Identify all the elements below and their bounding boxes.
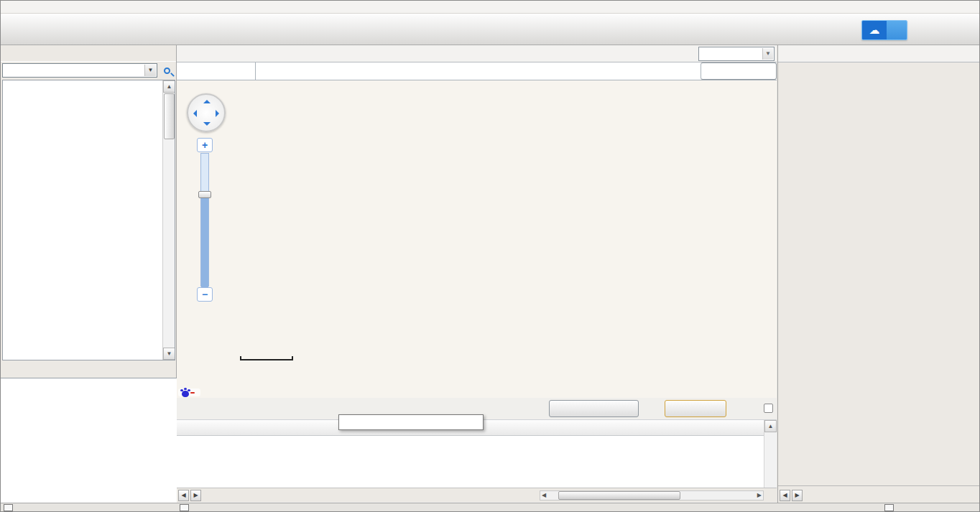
- address-search-row: [177, 62, 777, 80]
- scroll-up-icon[interactable]: ▲: [163, 80, 175, 93]
- scrollbar-thumb[interactable]: [164, 93, 175, 139]
- baidu-paw-icon: [182, 391, 189, 397]
- terminal-tree: ▲ ▼: [2, 80, 175, 360]
- location-tooltip: [338, 414, 484, 430]
- terminal-search-button[interactable]: [159, 63, 175, 78]
- address-input[interactable]: [256, 62, 701, 80]
- page-next-icon[interactable]: ▶: [792, 490, 803, 501]
- zoom-slider-handle[interactable]: [198, 191, 211, 198]
- scroll-down-icon[interactable]: ▼: [163, 348, 175, 360]
- main-toolbar: ☁: [1, 14, 979, 45]
- chevron-down-icon[interactable]: ▼: [762, 48, 773, 60]
- statusbar-doc-icon[interactable]: [180, 504, 189, 511]
- map-toolbar: ▼: [177, 45, 777, 62]
- video-pager: ◀ ▶: [778, 485, 980, 504]
- device-detail-panel: [1, 378, 177, 504]
- table-bottom-tabs: ◀ ▶ ◀ ▶: [177, 488, 777, 502]
- auto-sort-option[interactable]: [764, 404, 775, 413]
- pan-up-icon[interactable]: [203, 100, 211, 103]
- map-type-select[interactable]: ▼: [698, 47, 775, 61]
- auto-sort-checkbox[interactable]: [764, 404, 773, 413]
- video-panel: ◀ ▶: [777, 45, 980, 504]
- menubar: [1, 1, 979, 14]
- zoom-slider-fill: [201, 197, 208, 287]
- map-attribution: [178, 388, 200, 396]
- scrollbar-thumb[interactable]: [558, 491, 681, 500]
- statusbar-right-icon[interactable]: [884, 504, 894, 511]
- upload-label: [887, 21, 907, 39]
- map-zoom-out-button[interactable]: −: [197, 287, 213, 302]
- tab-scroll-left-icon[interactable]: ◀: [178, 490, 189, 501]
- table-horizontal-scrollbar[interactable]: ◀ ▶: [540, 490, 764, 501]
- video-channel-list: [778, 62, 980, 485]
- tab-scroll-right-icon[interactable]: ▶: [190, 490, 201, 501]
- map-search-button[interactable]: [701, 62, 777, 80]
- map-zoom-in-button[interactable]: +: [197, 138, 213, 152]
- page-prev-icon[interactable]: ◀: [780, 490, 790, 501]
- gps-monitor-table: ▲: [177, 420, 777, 488]
- scroll-left-icon[interactable]: ◀: [542, 491, 546, 500]
- terminal-filter-row: ▼: [1, 61, 176, 79]
- mdvr-client-window: ☁ ▼ ▲ ▼ ▼: [0, 0, 980, 512]
- pan-left-icon[interactable]: [193, 110, 197, 117]
- chevron-down-icon[interactable]: ▼: [144, 65, 156, 76]
- baidu-map-canvas[interactable]: + −: [177, 80, 777, 398]
- map-scale: [240, 356, 293, 360]
- pan-down-icon[interactable]: [203, 122, 211, 126]
- tree-scrollbar[interactable]: ▲ ▼: [162, 80, 175, 360]
- map-zoom-slider[interactable]: [200, 153, 209, 287]
- drag-upload-button[interactable]: ☁: [861, 20, 907, 40]
- sidebar-tabs: [1, 45, 176, 61]
- statusbar: [1, 503, 979, 511]
- scroll-up-icon[interactable]: ▲: [764, 420, 777, 432]
- map-region: ▼ + −: [177, 45, 777, 504]
- search-icon: [164, 68, 170, 74]
- map-pan-control[interactable]: [187, 93, 226, 132]
- baidu-cloud-icon: ☁: [862, 21, 887, 39]
- device-panel-tabs: [1, 362, 177, 378]
- terminal-filter-combobox[interactable]: ▼: [2, 63, 157, 78]
- pan-right-icon[interactable]: [216, 110, 219, 117]
- alarm-shield-config-button[interactable]: [549, 400, 639, 417]
- video-toolbar: [778, 45, 980, 62]
- address-label: [177, 62, 256, 80]
- statusbar-left-icon[interactable]: [4, 504, 13, 511]
- export-button[interactable]: [665, 400, 726, 417]
- sidebar: ▼ ▲ ▼: [1, 45, 177, 504]
- table-vertical-scrollbar[interactable]: ▲: [764, 420, 777, 488]
- scroll-right-icon[interactable]: ▶: [757, 491, 762, 500]
- baidu-logo: [181, 389, 195, 396]
